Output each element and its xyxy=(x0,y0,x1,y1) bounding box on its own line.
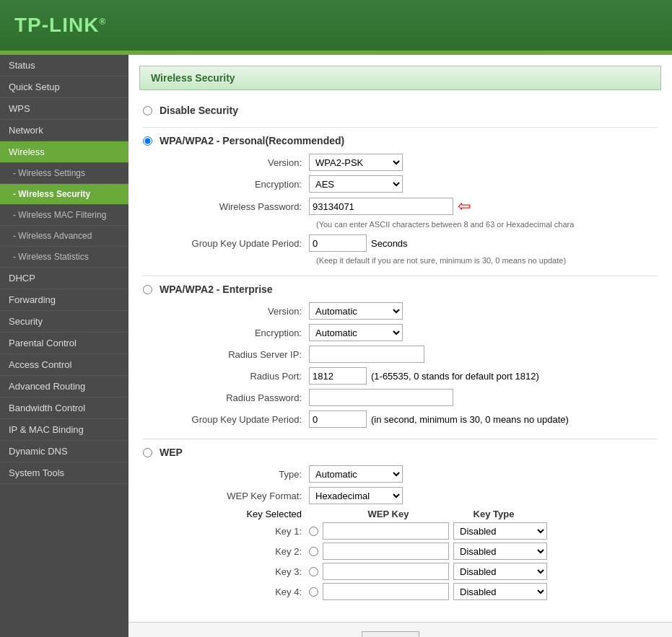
wpa-personal-encryption-select[interactable]: AES Automatic TKIP xyxy=(309,175,403,193)
wpa-personal-version-select[interactable]: WPA2-PSK Automatic WPA-PSK xyxy=(309,154,403,171)
wpa-personal-version-label: Version: xyxy=(165,157,309,168)
wep-key3-controls: Disabled 64bit 128bit 152bit xyxy=(323,563,547,580)
wpa-enterprise-radius-port-row: Radius Port: (1-65535, 0 stands for defa… xyxy=(165,367,658,385)
wpa-enterprise-group-key-control: (in second, minimum is 30, 0 means no up… xyxy=(309,410,569,428)
sidebar-item-wireless-security[interactable]: - Wireless Security xyxy=(0,184,128,205)
divider-3 xyxy=(143,439,658,439)
wpa-personal-group-key-label: Group Key Update Period: xyxy=(165,238,309,249)
wep-type-control: Automatic Open System Shared Key xyxy=(309,465,403,483)
wep-label: WEP xyxy=(160,447,183,458)
wep-type-label: Type: xyxy=(165,469,309,480)
wep-column-headers: Key Selected WEP Key Key Type xyxy=(165,509,658,519)
sidebar-item-access-control[interactable]: Access Control xyxy=(0,354,128,376)
wep-key-format-control: Hexadecimal ASCII xyxy=(309,487,403,504)
sidebar-item-advanced-routing[interactable]: Advanced Routing xyxy=(0,376,128,397)
wep-key3-input[interactable] xyxy=(323,563,449,580)
sidebar-item-parental-control[interactable]: Parental Control xyxy=(0,333,128,354)
sidebar: Status Quick Setup WPS Network Wireless … xyxy=(0,55,128,637)
wpa-personal-group-key-unit: Seconds xyxy=(371,238,408,249)
sidebar-item-wireless-mac-filtering[interactable]: - Wireless MAC Filtering xyxy=(0,205,128,226)
wpa-personal-group-key-input[interactable] xyxy=(309,234,367,252)
wep-key1-input[interactable] xyxy=(323,522,449,540)
wep-key4-radio[interactable] xyxy=(309,587,318,597)
sidebar-item-forwarding[interactable]: Forwarding xyxy=(0,289,128,311)
wep-key3-type-select[interactable]: Disabled 64bit 128bit 152bit xyxy=(453,563,547,580)
sidebar-item-dhcp[interactable]: DHCP xyxy=(0,268,128,289)
wep-key2-label: Key 2: xyxy=(165,546,309,557)
sidebar-item-wireless-settings[interactable]: - Wireless Settings xyxy=(0,163,128,184)
wpa-enterprise-form: Version: Automatic WPA WPA2 Encryption: xyxy=(165,302,658,428)
wpa-enterprise-radius-ip-control xyxy=(309,346,424,363)
wpa-enterprise-row: WPA/WPA2 - Enterprise xyxy=(143,284,658,295)
sidebar-item-dynamic-dns[interactable]: Dynamic DNS xyxy=(0,441,128,462)
wep-key4-type-select[interactable]: Disabled 64bit 128bit 152bit xyxy=(453,583,547,600)
sidebar-item-wireless-statistics[interactable]: - Wireless Statistics xyxy=(0,247,128,268)
main-content: Wireless Security Disable Security WPA/W… xyxy=(128,55,672,637)
disable-security-row: Disable Security xyxy=(143,105,658,116)
wpa-enterprise-section: WPA/WPA2 - Enterprise Version: Automatic… xyxy=(143,284,658,428)
sidebar-item-wireless-advanced[interactable]: - Wireless Advanced xyxy=(0,226,128,247)
wpa-enterprise-version-select[interactable]: Automatic WPA WPA2 xyxy=(309,302,403,320)
wep-key-format-row: WEP Key Format: Hexadecimal ASCII xyxy=(165,487,658,504)
sidebar-item-system-tools[interactable]: System Tools xyxy=(0,462,128,484)
wpa-enterprise-radius-ip-input[interactable] xyxy=(309,346,424,363)
wep-key4-row: Key 4: Disabled 64bit 128bit 152bit xyxy=(165,583,658,600)
wep-type-select[interactable]: Automatic Open System Shared Key xyxy=(309,465,403,483)
sidebar-item-status[interactable]: Status xyxy=(0,55,128,76)
divider-1 xyxy=(143,127,658,128)
wpa-personal-encryption-label: Encryption: xyxy=(165,179,309,190)
disable-security-section: Disable Security xyxy=(143,105,658,116)
wpa-personal-password-hint: (You can enter ASCII characters between … xyxy=(316,220,658,229)
wpa-enterprise-radius-password-row: Radius Password: xyxy=(165,389,658,406)
wep-key1-radio[interactable] xyxy=(309,527,318,536)
sidebar-item-network[interactable]: Network xyxy=(0,120,128,141)
wpa-personal-password-input[interactable] xyxy=(309,198,453,215)
wpa-enterprise-version-control: Automatic WPA WPA2 xyxy=(309,302,403,320)
divider-2 xyxy=(143,276,658,276)
sidebar-item-bandwidth-control[interactable]: Bandwidth Control xyxy=(0,397,128,419)
wep-key4-input[interactable] xyxy=(323,583,449,600)
wep-key-header: WEP Key xyxy=(323,509,453,519)
wpa-enterprise-radio[interactable] xyxy=(143,285,152,294)
sidebar-item-wps[interactable]: WPS xyxy=(0,98,128,120)
sidebar-item-ip-mac-binding[interactable]: IP & MAC Binding xyxy=(0,419,128,441)
logo-tm: ® xyxy=(99,17,106,27)
sidebar-item-quick-setup[interactable]: Quick Setup xyxy=(0,76,128,98)
section-header: Wireless Security xyxy=(139,66,661,90)
wep-key-format-select[interactable]: Hexadecimal ASCII xyxy=(309,487,403,504)
wep-key2-input[interactable] xyxy=(323,542,449,560)
wep-key3-radio[interactable] xyxy=(309,567,318,576)
wpa-enterprise-radius-password-input[interactable] xyxy=(309,389,453,406)
password-arrow-annotation: ⇦ xyxy=(458,197,471,216)
wep-key3-row: Key 3: Disabled 64bit 128bit 152bit xyxy=(165,563,658,580)
wpa-enterprise-encryption-row: Encryption: Automatic TKIP AES xyxy=(165,324,658,341)
wpa-personal-label: WPA/WPA2 - Personal(Recommended) xyxy=(160,135,344,146)
wpa-enterprise-encryption-select[interactable]: Automatic TKIP AES xyxy=(309,324,403,341)
sidebar-item-security[interactable]: Security xyxy=(0,311,128,333)
wpa-enterprise-radius-port-input[interactable] xyxy=(309,367,367,385)
wpa-enterprise-version-row: Version: Automatic WPA WPA2 xyxy=(165,302,658,320)
wpa-personal-password-row: Wireless Password: ⇦ xyxy=(165,197,658,216)
wep-key4-label: Key 4: xyxy=(165,587,309,597)
wep-key2-type-select[interactable]: Disabled 64bit 128bit 152bit xyxy=(453,542,547,560)
wpa-enterprise-radius-port-label: Radius Port: xyxy=(165,371,309,382)
wpa-personal-radio[interactable] xyxy=(143,136,152,146)
wpa-enterprise-group-key-input[interactable] xyxy=(309,410,367,428)
wpa-enterprise-radius-port-hint: (1-65535, 0 stands for default port 1812… xyxy=(371,371,539,382)
wpa-enterprise-radius-port-control: (1-65535, 0 stands for default port 1812… xyxy=(309,367,539,385)
disable-security-radio[interactable] xyxy=(143,106,152,115)
wpa-enterprise-radius-ip-label: Radius Server IP: xyxy=(165,349,309,360)
section-title: Wireless Security xyxy=(151,72,235,84)
sidebar-item-wireless[interactable]: Wireless xyxy=(0,141,128,163)
wep-key1-type-select[interactable]: Disabled 64bit 128bit 152bit xyxy=(453,522,547,540)
wpa-enterprise-radius-password-control xyxy=(309,389,453,406)
wpa-personal-form: Version: WPA2-PSK Automatic WPA-PSK Encr… xyxy=(165,154,658,265)
logo: TP-LINK® xyxy=(14,14,106,37)
wpa-enterprise-encryption-label: Encryption: xyxy=(165,328,309,338)
wpa-personal-section: WPA/WPA2 - Personal(Recommended) Version… xyxy=(143,135,658,265)
wep-key2-radio[interactable] xyxy=(309,547,318,556)
save-button[interactable]: Save xyxy=(362,631,419,637)
wep-radio[interactable] xyxy=(143,448,152,457)
wpa-personal-version-row: Version: WPA2-PSK Automatic WPA-PSK xyxy=(165,154,658,171)
wpa-enterprise-group-key-label: Group Key Update Period: xyxy=(165,414,309,425)
